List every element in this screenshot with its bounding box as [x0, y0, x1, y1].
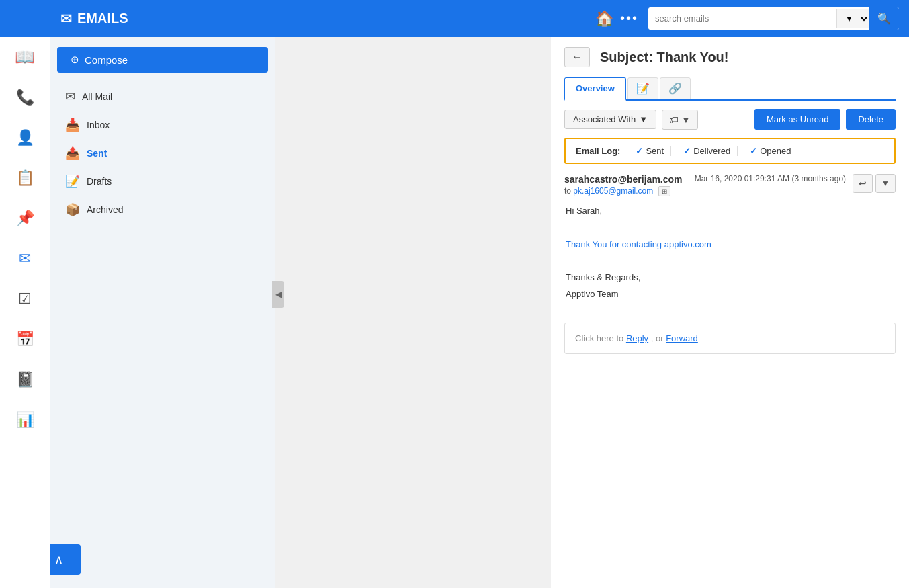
rail-book-icon[interactable]: 📖	[0, 37, 50, 77]
tab-overview[interactable]: Overview	[564, 77, 626, 101]
rail-list-icon[interactable]: 📋	[0, 158, 50, 198]
to-address: pk.aj1605@gmail.com	[573, 186, 653, 196]
app-logo: ✉ EMAILS	[60, 11, 128, 27]
opened-check-icon: ✓	[750, 146, 757, 156]
log-opened-text: Opened	[760, 146, 791, 156]
to-label: to	[564, 186, 573, 196]
all-mail-label: All Mail	[82, 91, 112, 102]
email-header-row: ← Subject: Thank You!	[564, 47, 896, 67]
app-title: EMAILS	[77, 11, 128, 26]
delete-button[interactable]: Delete	[846, 109, 896, 130]
tab-link[interactable]: 🔗	[660, 77, 691, 99]
email-actions-right: ↩ ▼	[853, 174, 896, 193]
rail-contacts-icon[interactable]: 👤	[0, 118, 50, 158]
associated-with-dropdown-icon: ▼	[639, 114, 648, 124]
log-sent-text: Sent	[646, 146, 664, 156]
search-input[interactable]	[648, 9, 836, 28]
or-text: , or	[651, 333, 666, 343]
email-team-name: Apptivo Team	[566, 288, 896, 302]
email-thanks-line: Thank You for contacting apptivo.com	[566, 238, 896, 252]
reply-button[interactable]: ↩	[853, 174, 873, 193]
email-subject: Subject: Thank You!	[600, 50, 729, 65]
main-layout: 📖 📞 👤 📋 📌 ✉ ☑ 📅 📓 📊 ⊕ Compose ✉ All Mail…	[0, 37, 909, 588]
reply-area-text: Click here to	[575, 333, 626, 343]
sent-label: Sent	[87, 148, 107, 159]
all-mail-icon: ✉	[65, 89, 75, 104]
rail-pin-icon[interactable]: 📌	[0, 198, 50, 239]
tag-icon: 🏷	[669, 114, 679, 125]
sent-icon: 📤	[65, 146, 80, 161]
tag-dropdown-icon: ▼	[681, 114, 691, 125]
email-content: ← Subject: Thank You! Overview 📝 🔗 Assoc…	[551, 37, 909, 588]
email-to: to pk.aj1605@gmail.com ⊞	[564, 186, 695, 196]
search-button[interactable]: 🔍	[869, 7, 899, 30]
rail-notes-icon[interactable]: 📓	[0, 360, 50, 400]
email-log-label: Email Log:	[576, 146, 620, 156]
collapse-handle[interactable]: ◀	[272, 281, 284, 308]
sidebar-item-sent[interactable]: 📤 Sent	[57, 139, 268, 167]
delivered-check-icon: ✓	[683, 146, 691, 156]
inbox-icon: 📥	[65, 118, 80, 132]
drafts-icon: 📝	[65, 174, 80, 189]
associated-with-label: Associated With	[573, 114, 636, 124]
search-dropdown[interactable]: ▼	[836, 9, 869, 28]
compose-label: Compose	[85, 54, 128, 66]
reply-link[interactable]: Reply	[626, 333, 648, 343]
email-from: sarahcastro@berijam.com	[564, 174, 695, 185]
email-log-box: Email Log: ✓ Sent ✓ Delivered ✓ Opened	[564, 138, 896, 164]
email-message-container: sarahcastro@berijam.com to pk.aj1605@gma…	[564, 174, 896, 312]
rail-phone-icon[interactable]: 📞	[0, 77, 50, 118]
back-button[interactable]: ←	[564, 47, 590, 67]
header: ✉ EMAILS 🏠 ••• ▼ 🔍	[0, 0, 909, 37]
tabs-row: Overview 📝 🔗	[564, 77, 896, 101]
icon-rail: 📖 📞 👤 📋 📌 ✉ ☑ 📅 📓 📊	[0, 37, 50, 588]
to-expand-button[interactable]: ⊞	[658, 186, 670, 196]
sent-check-icon: ✓	[636, 146, 643, 156]
archived-label: Archived	[87, 204, 123, 215]
sidebar-item-inbox[interactable]: 📥 Inbox	[57, 111, 268, 139]
action-bar: Associated With ▼ 🏷 ▼ Mark as Unread Del…	[564, 109, 896, 130]
email-logo-icon: ✉	[60, 11, 72, 27]
log-status-delivered: ✓ Delivered	[677, 146, 738, 156]
email-greeting: Hi Sarah,	[566, 204, 896, 218]
more-options-email-button[interactable]: ▼	[875, 174, 896, 193]
email-message-header: sarahcastro@berijam.com to pk.aj1605@gma…	[564, 174, 896, 196]
associated-with-button[interactable]: Associated With ▼	[564, 110, 656, 129]
tag-button[interactable]: 🏷 ▼	[662, 110, 698, 130]
reply-forward-area: Click here to Reply , or Forward	[564, 323, 896, 354]
archived-icon: 📦	[65, 202, 80, 217]
compose-plus-icon: ⊕	[71, 54, 79, 66]
more-options-button[interactable]: •••	[620, 11, 638, 26]
drafts-label: Drafts	[87, 176, 112, 187]
scroll-top-icon: ∧	[54, 552, 63, 567]
rail-email-icon[interactable]: ✉	[0, 239, 50, 279]
rail-check-icon[interactable]: ☑	[0, 279, 50, 319]
home-button[interactable]: 🏠	[595, 10, 613, 28]
inbox-label: Inbox	[87, 120, 110, 130]
log-status-opened: ✓ Opened	[743, 146, 797, 156]
sidebar-item-drafts[interactable]: 📝 Drafts	[57, 167, 268, 196]
sidebar: ⊕ Compose ✉ All Mail 📥 Inbox 📤 Sent 📝 Dr…	[50, 37, 275, 588]
log-status-sent: ✓ Sent	[629, 146, 671, 156]
sidebar-item-archived[interactable]: 📦 Archived	[57, 196, 268, 224]
email-body: Hi Sarah, Thank You for contacting appti…	[564, 204, 896, 302]
email-timestamp: Mar 16, 2020 01:29:31 AM (3 months ago)	[695, 174, 846, 183]
forward-link[interactable]: Forward	[666, 333, 698, 343]
search-wrapper: ▼ 🔍	[648, 7, 899, 30]
compose-button[interactable]: ⊕ Compose	[57, 47, 268, 73]
rail-chart-icon[interactable]: 📊	[0, 400, 50, 440]
log-delivered-text: Delivered	[693, 146, 730, 156]
mark-as-unread-button[interactable]: Mark as Unread	[754, 109, 840, 130]
rail-calendar-icon[interactable]: 📅	[0, 319, 50, 360]
sidebar-item-all-mail[interactable]: ✉ All Mail	[57, 83, 268, 111]
email-signoff1: Thanks & Regards,	[566, 271, 896, 285]
tab-notes[interactable]: 📝	[627, 77, 658, 99]
